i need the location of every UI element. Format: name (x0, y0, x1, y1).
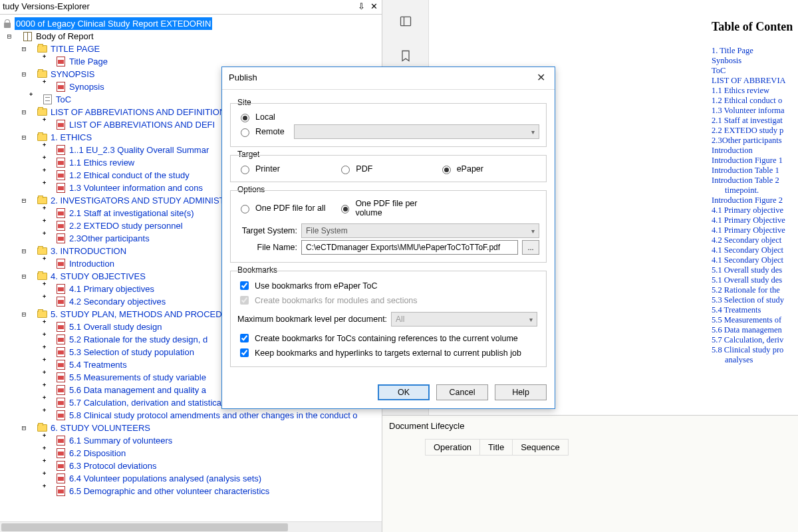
toc-line[interactable]: Introduction Figure 2 (712, 196, 798, 205)
toc-line[interactable]: 4.2 Secondary object (712, 235, 798, 245)
tree-section[interactable]: 2. INVESTIGATORS AND STUDY ADMINISTR (49, 194, 232, 207)
tree-item[interactable]: LIST OF ABBREVIATIONS AND DEFI (68, 118, 216, 131)
tree-item[interactable]: 6.2 Disposition (68, 447, 127, 460)
tree-root[interactable]: 0000 of Legacy Clinical Study Report EXT… (15, 17, 212, 30)
toc-line[interactable]: 5.7 Calculation, deriv (712, 335, 798, 345)
tree-body[interactable]: Body of Report (35, 30, 95, 43)
tree-section[interactable]: 3. INTRODUCTION (49, 245, 128, 257)
tree-item[interactable]: ToC (55, 93, 72, 106)
max-bookmark-level-combo[interactable]: All (391, 312, 537, 327)
toc-line[interactable]: 2.2 EXTEDO study p (712, 126, 798, 136)
tree-item[interactable]: 2.2 EXTEDO study personnel (68, 219, 184, 232)
toc-line[interactable]: 1. Title Page (712, 46, 798, 56)
site-local-radio[interactable] (241, 114, 249, 122)
collapse-icon[interactable]: ⊟ (5, 30, 13, 43)
toc-line[interactable]: 5.8 Clinical study pro (712, 345, 798, 355)
tree-item[interactable]: Introduction (68, 257, 116, 270)
tree-item[interactable]: 5.3 Selection of study population (68, 346, 196, 358)
panel-icon[interactable] (392, 8, 419, 35)
toc-line[interactable]: 2.1 Staff at investigat (712, 116, 798, 126)
bookmark-icon[interactable] (392, 43, 419, 69)
toc-line[interactable]: 4.1 Secondary Object (712, 245, 798, 255)
tree-item[interactable]: 4.1 Primary objectives (68, 283, 156, 295)
dialog-close-icon[interactable]: ✕ (534, 71, 548, 84)
close-icon[interactable]: ✕ (370, 1, 378, 11)
tree-section[interactable]: 1. ETHICS (49, 131, 93, 144)
use-epaper-bookmarks-checkbox[interactable] (240, 281, 249, 290)
toc-line[interactable]: 1.1 Ethics review (712, 86, 798, 96)
tree-item[interactable]: 5.5 Measurements of study variable (68, 371, 207, 384)
keep-external-checkbox[interactable] (240, 348, 249, 357)
file-name-input[interactable] (301, 240, 518, 255)
help-button[interactable]: Help (495, 384, 547, 400)
tree-section[interactable]: 5. STUDY PLAN, METHODS AND PROCEDU (49, 308, 229, 321)
tree-item[interactable]: 6.4 Volunteer populations analysed (anal… (68, 472, 263, 485)
target-pdf-radio[interactable] (341, 166, 350, 174)
collapse-icon[interactable]: ⊟ (20, 194, 28, 207)
tree-item[interactable]: 5.8 Clinical study protocol amendments a… (68, 409, 359, 422)
collapse-icon[interactable]: ⊟ (20, 245, 28, 257)
cancel-button[interactable]: Cancel (436, 384, 488, 400)
tree-item[interactable]: 1..1 EU_2.3 Quality Overall Summar (68, 144, 210, 156)
collapse-icon[interactable]: ⊟ (20, 131, 28, 144)
tree-item[interactable]: 6.3 Protocol deviations (68, 460, 158, 472)
toc-line[interactable]: 5.1 Overall study des (712, 275, 798, 285)
toc-line[interactable]: 5.2 Rationale for the (712, 285, 798, 295)
toc-line[interactable]: 1.2 Ethical conduct o (712, 96, 798, 106)
create-modules-checkbox[interactable] (240, 296, 249, 305)
target-system-combo[interactable]: File System (301, 223, 539, 238)
toc-line[interactable]: 5.3 Selection of study (712, 295, 798, 305)
collapse-icon[interactable]: ⊟ (20, 308, 28, 321)
tree-item[interactable]: 1.1 Ethics review (68, 156, 136, 169)
tree-item[interactable]: 4.2 Secondary objectives (68, 295, 167, 308)
toc-line[interactable]: analyses (712, 355, 798, 365)
tree-item[interactable]: 6.5 Demographic and other volunteer char… (68, 485, 271, 497)
collapse-icon[interactable]: ⊟ (20, 270, 28, 283)
collapse-icon[interactable]: ⊟ (20, 68, 28, 80)
tree-item[interactable]: 1.3 Volunteer information and cons (68, 182, 204, 194)
tree-section[interactable]: LIST OF ABBREVIATIONS AND DEFINITION (49, 106, 227, 118)
toc-line[interactable]: ToC (712, 66, 798, 76)
toc-line[interactable]: 5.4 Treatments (712, 305, 798, 315)
toc-line[interactable]: LIST OF ABBREVIA (712, 76, 798, 86)
lifecycle-col-title[interactable]: Title (480, 439, 513, 456)
pin-icon[interactable]: ⇩ (358, 1, 365, 11)
toc-line[interactable]: Introduction Table 1 (712, 166, 798, 176)
collapse-icon[interactable]: ⊟ (20, 422, 28, 434)
toc-line[interactable]: 5.5 Measurements of (712, 315, 798, 325)
target-printer-radio[interactable] (241, 166, 249, 174)
tree-item[interactable]: 5.2 Rationale for the study design, d (68, 333, 209, 346)
target-epaper-radio[interactable] (442, 166, 451, 174)
toc-line[interactable]: 5.6 Data managemen (712, 325, 798, 335)
lifecycle-col-sequence[interactable]: Sequence (513, 439, 569, 456)
toc-line[interactable]: 4.1 Primary objective (712, 205, 798, 215)
browse-button[interactable]: ... (522, 240, 539, 255)
toc-line[interactable]: 1.3 Volunteer informa (712, 106, 798, 116)
tree-section[interactable]: TITLE PAGE (49, 43, 101, 55)
tree-item[interactable]: 1.2 Ethical conduct of the study (68, 169, 191, 182)
toc-line[interactable]: 5.1 Overall study des (712, 265, 798, 275)
toc-line[interactable]: Introduction (712, 146, 798, 156)
tree-item[interactable]: Synopsis (68, 80, 106, 93)
tree-section[interactable]: 6. STUDY VOLUNTEERS (49, 422, 152, 434)
toc-line[interactable]: 4.1 Primary Objective (712, 215, 798, 225)
toc-line[interactable]: Synbosis (712, 56, 798, 66)
tree-item[interactable]: Title Page (68, 55, 109, 68)
toc-line[interactable]: Introduction Table 2 (712, 176, 798, 186)
ok-button[interactable]: OK (378, 384, 430, 400)
site-remote-radio[interactable] (241, 128, 249, 137)
horizontal-scrollbar[interactable] (0, 521, 382, 532)
remote-combo[interactable] (294, 124, 539, 139)
tree-section[interactable]: 4. STUDY OBJECTIVES (49, 270, 147, 283)
toc-line[interactable]: 2.3Other participants (712, 136, 798, 146)
tree-item[interactable]: 2.3Other participants (68, 232, 151, 245)
collapse-icon[interactable]: ⊟ (20, 106, 28, 118)
one-pdf-all-radio[interactable] (241, 205, 249, 213)
collapse-icon[interactable]: ⊟ (20, 43, 28, 55)
tree-item[interactable]: 5.4 Treatments (68, 358, 128, 371)
toc-line[interactable]: 4.1 Primary Objective (712, 225, 798, 235)
tree-section[interactable]: SYNOPSIS (49, 68, 96, 80)
tree-item[interactable]: 6.1 Summary of volunteers (68, 434, 174, 447)
toc-line[interactable]: 4.1 Secondary Object (712, 255, 798, 265)
create-toc-refs-checkbox[interactable] (240, 334, 249, 342)
